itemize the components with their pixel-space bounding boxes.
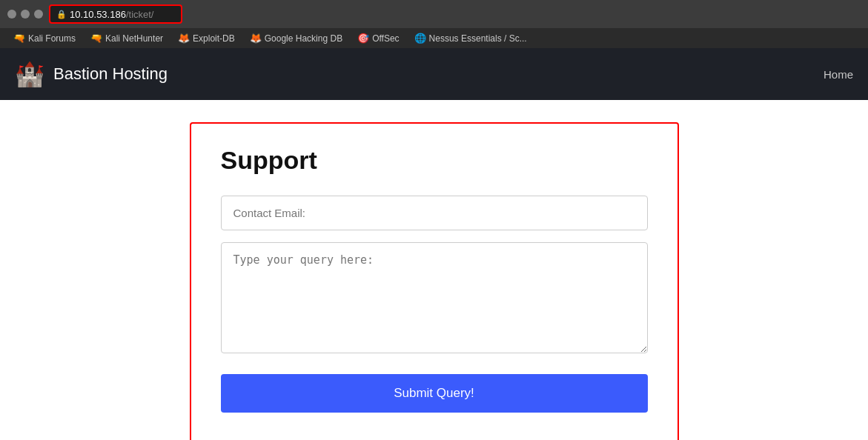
minimize-btn[interactable] bbox=[21, 10, 30, 19]
kali-nethunter-icon: 🔫 bbox=[90, 33, 102, 44]
nessus-icon: 🌐 bbox=[414, 33, 426, 44]
site-navbar: 🏰 Bastion Hosting Home bbox=[0, 48, 868, 100]
browser-controls bbox=[7, 10, 43, 19]
bookmark-label: Nessus Essentials / Sc... bbox=[429, 33, 527, 44]
page-content: Support Submit Query! bbox=[0, 100, 868, 440]
support-card: Support Submit Query! bbox=[190, 122, 679, 440]
support-title: Support bbox=[221, 146, 648, 175]
bookmark-exploit-db[interactable]: 🦊 Exploit-DB bbox=[172, 31, 241, 45]
close-btn[interactable] bbox=[7, 10, 16, 19]
address-path: /ticket/ bbox=[126, 9, 154, 20]
bookmark-offsec[interactable]: 🎯 OffSec bbox=[351, 31, 405, 45]
email-input[interactable] bbox=[221, 196, 648, 230]
browser-chrome: 🔒 10.10.53.186 /ticket/ 🔫 Kali Forums 🔫 … bbox=[0, 0, 868, 48]
address-ip: 10.10.53.186 bbox=[70, 9, 126, 20]
query-textarea[interactable] bbox=[221, 242, 648, 353]
bookmark-label: Google Hacking DB bbox=[265, 33, 342, 44]
castle-icon: 🏰 bbox=[15, 60, 44, 88]
offsec-icon: 🎯 bbox=[357, 33, 369, 44]
bookmark-nessus[interactable]: 🌐 Nessus Essentials / Sc... bbox=[408, 31, 533, 45]
bookmark-label: Exploit-DB bbox=[193, 33, 235, 44]
exploit-db-icon: 🦊 bbox=[178, 33, 190, 44]
maximize-btn[interactable] bbox=[34, 10, 43, 19]
bookmark-label: Kali Forums bbox=[28, 33, 76, 44]
nav-home-link[interactable]: Home bbox=[824, 68, 853, 81]
bookmark-label: OffSec bbox=[372, 33, 399, 44]
kali-forums-icon: 🔫 bbox=[13, 33, 25, 44]
support-form: Submit Query! bbox=[221, 196, 648, 413]
google-hacking-db-icon: 🦊 bbox=[250, 33, 262, 44]
bookmark-kali-nethunter[interactable]: 🔫 Kali NetHunter bbox=[85, 31, 169, 45]
submit-button[interactable]: Submit Query! bbox=[221, 374, 648, 413]
query-group bbox=[221, 242, 648, 356]
brand-name: Bastion Hosting bbox=[53, 64, 168, 84]
bookmarks-bar: 🔫 Kali Forums 🔫 Kali NetHunter 🦊 Exploit… bbox=[0, 28, 868, 48]
address-bar[interactable]: 🔒 10.10.53.186 /ticket/ bbox=[49, 4, 182, 24]
site-brand: 🏰 Bastion Hosting bbox=[15, 60, 168, 88]
bookmark-kali-forums[interactable]: 🔫 Kali Forums bbox=[7, 31, 82, 45]
browser-toolbar: 🔒 10.10.53.186 /ticket/ bbox=[0, 0, 868, 28]
email-group bbox=[221, 196, 648, 230]
bookmark-label: Kali NetHunter bbox=[105, 33, 163, 44]
bookmark-google-hacking-db[interactable]: 🦊 Google Hacking DB bbox=[244, 31, 348, 45]
lock-icon: 🔒 bbox=[56, 10, 67, 19]
